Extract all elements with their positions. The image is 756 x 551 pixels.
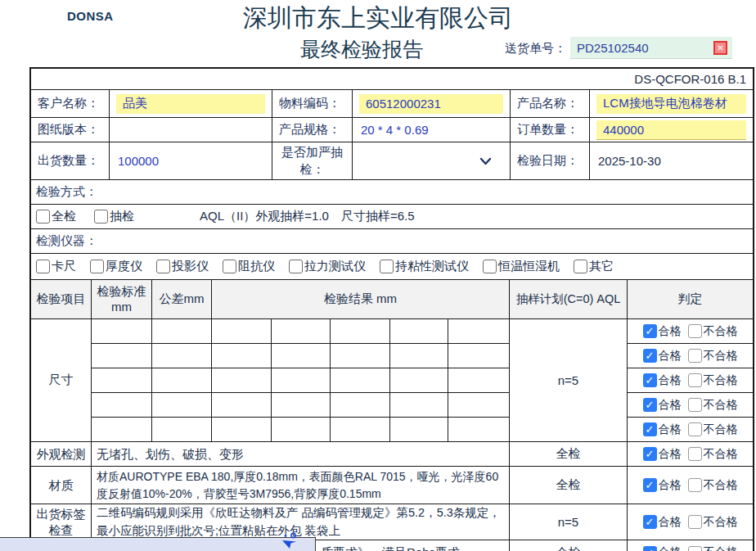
- size-result-cell[interactable]: [331, 418, 390, 442]
- pass-checkbox-checked[interactable]: [643, 447, 657, 461]
- pass-option[interactable]: 合格: [643, 373, 682, 388]
- size-result-cell[interactable]: [390, 344, 448, 368]
- size-standard-cell[interactable]: [92, 368, 152, 393]
- size-result-cell[interactable]: [331, 319, 390, 344]
- fail-checkbox[interactable]: [688, 515, 702, 529]
- size-result-cell[interactable]: [448, 418, 510, 442]
- sample-check-checkbox[interactable]: [94, 210, 108, 224]
- material-code-field[interactable]: 60512000231: [353, 90, 511, 117]
- full-check-checkbox[interactable]: [36, 210, 50, 224]
- size-standard-cell[interactable]: [92, 344, 152, 368]
- product-name-value[interactable]: LCM接地导电泡棉卷材: [596, 94, 746, 114]
- pass-option[interactable]: 合格: [643, 422, 682, 437]
- size-tolerance-cell[interactable]: [152, 319, 212, 344]
- size-result-cell[interactable]: [390, 319, 448, 344]
- size-result-cell[interactable]: [272, 393, 331, 418]
- other-checkbox[interactable]: [574, 260, 587, 273]
- inspect-date-value[interactable]: 2025-10-30: [590, 142, 753, 179]
- adhesion-tester-checkbox[interactable]: [380, 260, 394, 273]
- pass-checkbox-checked[interactable]: [643, 478, 657, 492]
- size-standard-cell[interactable]: [92, 319, 152, 344]
- pass-checkbox-checked[interactable]: [643, 546, 657, 551]
- fail-option[interactable]: 不合格: [688, 398, 738, 413]
- size-result-cell[interactable]: [390, 393, 448, 418]
- size-result-cell[interactable]: [272, 319, 331, 344]
- fail-checkbox[interactable]: [688, 349, 702, 363]
- size-result-cell[interactable]: [272, 344, 331, 368]
- fail-checkbox[interactable]: [688, 422, 702, 436]
- pass-checkbox-checked[interactable]: [643, 324, 657, 338]
- size-result-cell[interactable]: [331, 344, 390, 368]
- delivery-no-input[interactable]: PD25102540: [570, 37, 732, 59]
- projector-checkbox[interactable]: [156, 260, 170, 273]
- humidity-chamber-checkbox[interactable]: [483, 260, 497, 273]
- pass-option[interactable]: 合格: [643, 324, 682, 339]
- size-result-cell[interactable]: [272, 368, 331, 393]
- pass-checkbox-checked[interactable]: [643, 373, 657, 387]
- size-tolerance-cell[interactable]: [152, 393, 212, 418]
- size-result-cell[interactable]: [212, 418, 272, 442]
- pass-option[interactable]: 合格: [643, 447, 682, 462]
- chevron-down-icon[interactable]: [479, 154, 492, 169]
- size-result-cell[interactable]: [331, 368, 390, 393]
- pass-option[interactable]: 合格: [643, 478, 682, 493]
- tension-tester-checkbox[interactable]: [289, 260, 303, 273]
- sample-check-option[interactable]: 抽检: [94, 209, 134, 224]
- customer-field[interactable]: 品美: [110, 90, 272, 117]
- size-result-cell[interactable]: [390, 418, 448, 442]
- fail-checkbox[interactable]: [688, 398, 702, 412]
- pass-option[interactable]: 合格: [643, 515, 682, 530]
- fail-option[interactable]: 不合格: [688, 349, 738, 364]
- instrument-thickness-gauge[interactable]: 厚度仪: [90, 259, 142, 274]
- drawing-version-value[interactable]: [110, 118, 272, 142]
- fail-checkbox[interactable]: [688, 373, 702, 387]
- pass-option[interactable]: 合格: [643, 545, 682, 551]
- thickness-gauge-checkbox[interactable]: [90, 260, 104, 273]
- pass-checkbox-checked[interactable]: [643, 398, 657, 412]
- size-result-cell[interactable]: [212, 319, 272, 344]
- pass-checkbox-checked[interactable]: [643, 515, 657, 529]
- size-result-cell[interactable]: [448, 393, 510, 418]
- fail-option[interactable]: 不合格: [688, 373, 738, 388]
- instrument-tension-tester[interactable]: 拉力测试仪: [289, 259, 366, 274]
- customer-value[interactable]: 品美: [116, 94, 265, 114]
- size-standard-cell[interactable]: [92, 418, 152, 442]
- size-standard-cell[interactable]: [92, 393, 152, 418]
- instrument-humidity-chamber[interactable]: 恒温恒湿机: [483, 259, 560, 274]
- full-check-option[interactable]: 全检: [36, 209, 76, 224]
- size-result-cell[interactable]: [448, 344, 510, 368]
- size-result-cell[interactable]: [212, 393, 272, 418]
- size-result-cell[interactable]: [272, 418, 331, 442]
- fail-option[interactable]: 不合格: [688, 324, 738, 339]
- size-tolerance-cell[interactable]: [152, 344, 212, 368]
- strict-sampling-dropdown[interactable]: [353, 142, 511, 179]
- fail-option[interactable]: 不合格: [688, 422, 738, 437]
- order-qty-field[interactable]: 440000: [590, 118, 753, 142]
- fail-checkbox[interactable]: [688, 478, 702, 492]
- instrument-caliper[interactable]: 卡尺: [36, 259, 76, 274]
- fail-checkbox[interactable]: [688, 546, 702, 551]
- fail-option[interactable]: 不合格: [688, 515, 738, 530]
- size-result-cell[interactable]: [212, 344, 272, 368]
- instrument-adhesion-tester[interactable]: 持粘性测试仪: [380, 259, 469, 274]
- size-result-cell[interactable]: [212, 368, 272, 393]
- fail-option[interactable]: 不合格: [688, 545, 738, 551]
- instrument-projector[interactable]: 投影仪: [156, 259, 209, 274]
- fail-option[interactable]: 不合格: [688, 478, 738, 493]
- pass-option[interactable]: 合格: [643, 398, 682, 413]
- instrument-other[interactable]: 其它: [574, 259, 614, 274]
- instrument-impedance[interactable]: 阻抗仪: [223, 259, 275, 274]
- pass-option[interactable]: 合格: [643, 349, 682, 364]
- caliper-checkbox[interactable]: [36, 260, 50, 273]
- size-result-cell[interactable]: [331, 393, 390, 418]
- size-tolerance-cell[interactable]: [152, 418, 212, 442]
- size-tolerance-cell[interactable]: [152, 368, 212, 393]
- pass-checkbox-checked[interactable]: [643, 422, 657, 436]
- fail-checkbox[interactable]: [688, 447, 702, 461]
- fail-checkbox[interactable]: [688, 324, 702, 338]
- size-result-cell[interactable]: [448, 319, 510, 344]
- product-spec-value[interactable]: 20 * 4 * 0.69: [353, 118, 511, 142]
- product-name-field[interactable]: LCM接地导电泡棉卷材: [590, 90, 753, 117]
- size-result-cell[interactable]: [448, 368, 510, 393]
- size-result-cell[interactable]: [390, 368, 448, 393]
